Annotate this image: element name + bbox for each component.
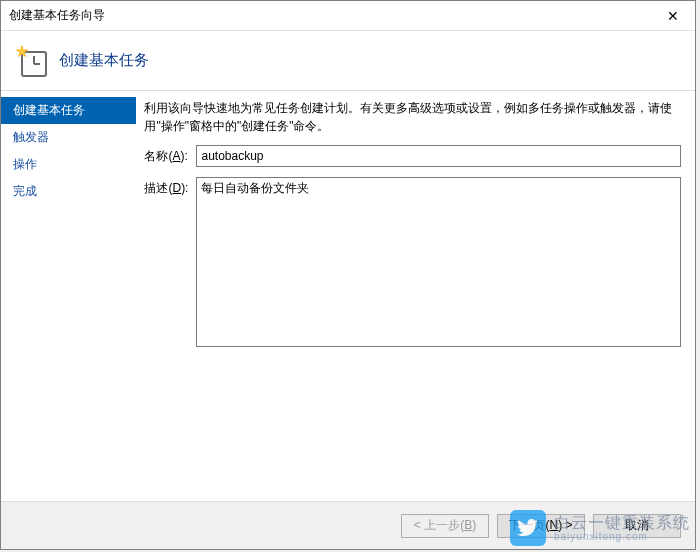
wizard-body: 创建基本任务 触发器 操作 完成 利用该向导快速地为常见任务创建计划。有关更多高… (1, 91, 695, 501)
wizard-steps: 创建基本任务 触发器 操作 完成 (1, 91, 136, 501)
name-label: 名称(A): (144, 145, 196, 165)
sidebar-item-label: 触发器 (13, 130, 49, 144)
description-row: 描述(D): (144, 177, 681, 347)
sidebar-item-label: 操作 (13, 157, 37, 171)
description-label: 描述(D): (144, 177, 196, 197)
close-icon: ✕ (667, 9, 679, 23)
titlebar: 创建基本任务向导 ✕ (1, 1, 695, 31)
wizard-footer: < 上一步(B) 下一页(N) > 取消 (1, 501, 695, 549)
window-title: 创建基本任务向导 (9, 7, 105, 24)
sidebar-item-label: 完成 (13, 184, 37, 198)
sidebar-item-trigger[interactable]: 触发器 (1, 124, 136, 151)
next-button[interactable]: 下一页(N) > (497, 514, 585, 538)
name-row: 名称(A): (144, 145, 681, 167)
task-wizard-icon (15, 45, 47, 77)
intro-text: 利用该向导快速地为常见任务创建计划。有关更多高级选项或设置，例如多任务操作或触发… (144, 99, 681, 135)
wizard-window: 创建基本任务向导 ✕ 创建基本任务 创建基本任务 触发器 操作 完成 (0, 0, 696, 550)
back-button: < 上一步(B) (401, 514, 489, 538)
name-input[interactable] (196, 145, 681, 167)
description-input[interactable] (196, 177, 681, 347)
sidebar-item-action[interactable]: 操作 (1, 151, 136, 178)
wizard-content: 利用该向导快速地为常见任务创建计划。有关更多高级选项或设置，例如多任务操作或触发… (136, 91, 695, 501)
sidebar-item-label: 创建基本任务 (13, 103, 85, 117)
sidebar-item-finish[interactable]: 完成 (1, 178, 136, 205)
close-button[interactable]: ✕ (650, 1, 695, 31)
sidebar-item-create-basic-task[interactable]: 创建基本任务 (1, 97, 136, 124)
banner: 创建基本任务 (1, 31, 695, 91)
banner-heading: 创建基本任务 (59, 51, 149, 70)
cancel-button[interactable]: 取消 (593, 514, 681, 538)
